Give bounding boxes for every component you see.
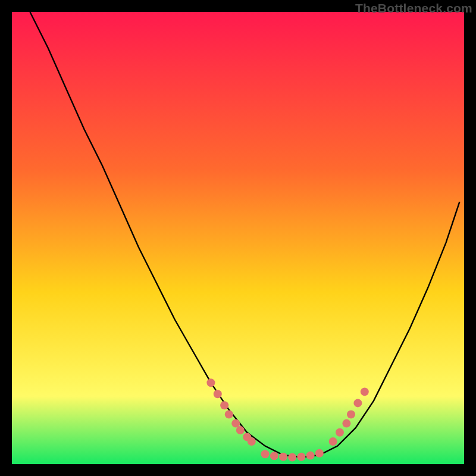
chart-frame bbox=[12, 12, 464, 464]
data-point bbox=[214, 390, 222, 398]
data-point bbox=[236, 426, 245, 434]
data-point bbox=[306, 452, 315, 460]
data-point bbox=[288, 453, 296, 462]
data-point bbox=[347, 410, 355, 418]
data-point bbox=[329, 437, 337, 446]
data-point bbox=[220, 401, 228, 409]
data-point bbox=[225, 410, 233, 418]
data-point bbox=[361, 387, 369, 396]
data-point bbox=[261, 450, 270, 458]
data-point bbox=[231, 419, 240, 428]
data-point bbox=[315, 449, 324, 458]
data-point bbox=[206, 378, 215, 387]
data-point bbox=[279, 453, 287, 461]
data-point bbox=[248, 437, 256, 446]
data-point bbox=[353, 399, 362, 407]
chart-svg bbox=[12, 12, 464, 464]
gradient-background bbox=[12, 12, 464, 464]
watermark-text: TheBottleneck.com bbox=[355, 1, 472, 15]
data-point bbox=[297, 453, 305, 461]
data-point bbox=[336, 428, 344, 437]
data-point bbox=[342, 419, 350, 428]
data-point bbox=[270, 452, 278, 460]
